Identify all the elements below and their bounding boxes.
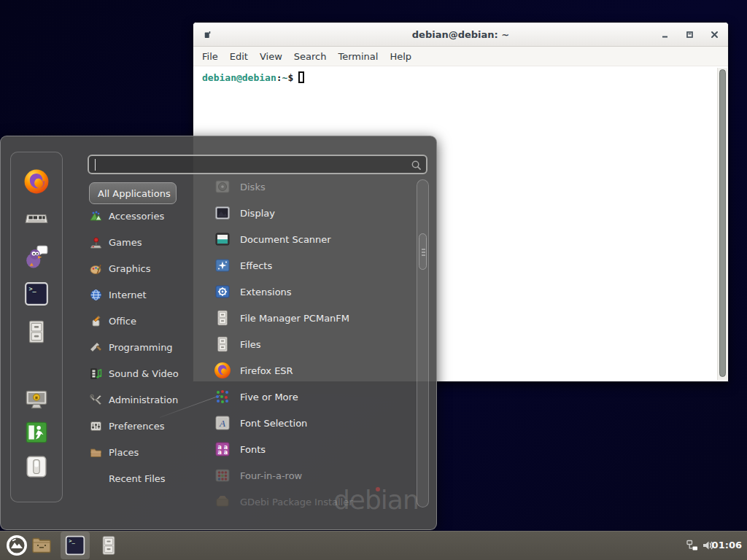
sound-video-icon [90,368,102,380]
category-office[interactable]: Office [90,308,136,334]
taskbar: >_ 01:06 [0,531,747,560]
menu-search-box [88,155,427,174]
app-document-scanner[interactable]: Document Scanner [214,226,331,252]
terminal-cursor [298,71,304,83]
accessories-icon [90,210,102,222]
desktop: debian@debian: ~ File Edit View Search T… [0,0,747,560]
category-programming[interactable]: Programming [90,334,173,360]
firefox-icon [214,362,231,379]
search-input[interactable] [96,158,402,171]
menu-edit[interactable]: Edit [224,51,254,62]
app-extensions[interactable]: Extensions [214,279,292,305]
menu-terminal[interactable]: Terminal [332,51,384,62]
extensions-icon [214,283,231,300]
prompt-user-host: debian@debian [202,72,276,83]
app-effects[interactable]: Effects [214,252,272,279]
category-preferences[interactable]: Preferences [90,413,164,439]
menu-view[interactable]: View [254,51,288,62]
font-selection-icon: A [214,414,231,432]
app-font-selection[interactable]: A Font Selection [214,410,307,436]
svg-text:>_: >_ [69,537,75,544]
display-icon [214,204,231,222]
window-title: debian@debian: ~ [193,29,728,40]
category-places[interactable]: Places [90,439,139,465]
terminal-scrollbar[interactable] [717,68,727,380]
app-firefox-esr[interactable]: Firefox ESR [214,357,293,384]
file-cabinet-icon[interactable] [23,319,50,345]
clock[interactable]: 01:06 [712,540,742,551]
svg-text:A: A [219,418,225,429]
maximize-icon[interactable] [685,30,694,39]
network-icon[interactable] [686,540,698,551]
icon-spacer [90,472,102,485]
internet-icon [90,289,102,301]
pidgin-icon[interactable] [23,243,50,269]
file-cabinet-icon [214,309,231,327]
minimize-icon[interactable] [660,30,670,39]
app-files[interactable]: Files [214,331,261,357]
terminal-icon[interactable]: >_ [23,281,50,307]
five-or-more-icon [214,388,231,405]
app-fonts[interactable]: a aa a Fonts [214,436,266,462]
category-all-applications[interactable]: All Applications [89,182,177,204]
apps-scrollbar-thumb[interactable] [419,233,427,270]
menu-button-icon[interactable] [6,534,28,556]
category-games[interactable]: Games [90,229,142,255]
file-manager-folder-icon[interactable] [31,534,53,556]
terminal-menubar: File Edit View Search Terminal Help [193,47,728,66]
app-five-or-more[interactable]: Five or More [214,384,298,410]
app-gdebi-package-installer[interactable]: GDebi Package Installer [214,489,353,509]
file-cabinet-taskbar-icon[interactable] [98,534,120,556]
search-caret [95,159,96,171]
app-four-in-a-row[interactable]: Four-in-a-row [214,462,302,489]
gdebi-icon [214,493,231,509]
programming-icon [90,341,102,354]
office-icon [90,315,102,327]
keyboard-mixer-icon[interactable] [23,206,50,232]
places-icon [90,446,102,459]
app-display[interactable]: Display [214,200,275,226]
applications-menu: debian >_ [0,136,437,530]
app-disks[interactable]: Disks [214,178,266,200]
log-out-icon[interactable] [23,419,50,446]
shell-prompt: debian@debian:~$ [202,71,304,83]
terminal-titlebar[interactable]: debian@debian: ~ [193,23,728,47]
app-file-manager-pcmanfm[interactable]: File Manager PCManFM [214,305,349,331]
menu-file[interactable]: File [196,51,224,62]
four-in-a-row-icon [214,467,231,484]
svg-text:a a: a a [218,449,228,456]
firefox-icon[interactable] [23,168,50,195]
menu-search[interactable]: Search [288,51,333,62]
file-cabinet-icon [214,335,231,353]
terminal-taskbar-icon[interactable]: >_ [64,534,86,556]
svg-text:>_: >_ [28,285,36,292]
scrollbar-grip [422,252,425,253]
document-scanner-icon [214,230,231,248]
applications-list: Disks Display Document Scanner Effects E… [205,178,417,509]
games-icon [90,236,102,249]
fonts-icon: a aa a [214,440,231,458]
terminal-scrollbar-thumb[interactable] [719,69,726,377]
window-controls [660,23,719,47]
graphics-icon [90,262,102,275]
shut-down-icon[interactable] [23,454,50,480]
administration-icon [90,394,102,406]
lock-screen-icon[interactable] [23,386,50,413]
category-accessories[interactable]: Accessories [90,203,164,229]
category-graphics[interactable]: Graphics [90,255,150,281]
effects-icon [214,257,231,274]
menu-help[interactable]: Help [384,51,417,62]
close-icon[interactable] [710,30,719,39]
preferences-icon [90,420,102,432]
category-internet[interactable]: Internet [90,281,147,308]
category-recent-files[interactable]: Recent Files [90,465,166,491]
category-administration[interactable]: Administration [90,386,178,413]
favorites-panel: >_ [10,152,63,502]
terminal-mini-icon [204,30,211,39]
apps-scrollbar[interactable] [417,179,429,508]
disks-icon [214,178,231,195]
search-icon [411,160,422,171]
category-sound-video[interactable]: Sound & Video [90,360,179,386]
